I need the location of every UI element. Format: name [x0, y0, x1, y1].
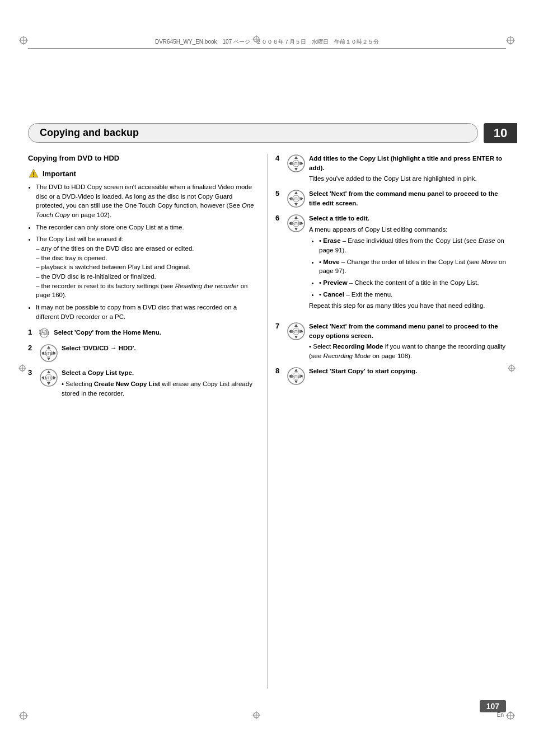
edit-cmd-move: • Move – Change the order of titles in t… — [319, 257, 506, 276]
right-column: 4 ENTER Add titles to the Copy List (hig… — [275, 154, 506, 689]
nav-btn-step2: ENTER — [39, 344, 58, 363]
step-5: 5 ENTER Select 'Next' from the command m… — [275, 189, 506, 208]
edit-cmd-preview: • Preview – Check the content of a title… — [319, 278, 506, 288]
important-bullet-2: The recorder can only store one Copy Lis… — [36, 223, 259, 232]
crosshair-bottom-mid — [252, 711, 261, 721]
section-title: Copying and backup — [28, 123, 478, 143]
svg-marker-26 — [47, 358, 50, 360]
step-3: 3 ENTER Select a Copy List type. • Selec… — [28, 368, 259, 398]
nav-btn-step5: ENTER — [287, 189, 306, 208]
svg-marker-67 — [294, 369, 298, 372]
svg-marker-68 — [294, 381, 298, 383]
svg-marker-60 — [294, 324, 298, 327]
svg-marker-25 — [47, 346, 50, 349]
important-bullets: The DVD to HDD Copy screen isn't accessi… — [28, 182, 259, 321]
nav-btn-step6: ENTER — [287, 214, 306, 233]
important-box: ! Important The DVD to HDD Copy screen i… — [28, 168, 259, 321]
meta-line: DVR645H_WY_EN.book 107 ページ ２００６年７月５日 水曜日… — [28, 38, 506, 49]
corner-crosshair-tl — [18, 35, 29, 46]
svg-text:HOMEMENU: HOMEMENU — [39, 329, 49, 336]
svg-text:!: ! — [32, 172, 34, 178]
edit-commands-list: • Erase – Erase individual titles from t… — [309, 236, 506, 299]
left-column: Copying from DVD to HDD ! Important The … — [28, 154, 259, 689]
svg-marker-39 — [294, 156, 298, 159]
step-2: 2 ENTER Select 'DVD/CD → HDD'. — [28, 344, 259, 363]
important-bullet-4: It may not be possible to copy from a DV… — [36, 303, 259, 321]
svg-marker-47 — [294, 203, 298, 206]
important-bullet-3: The Copy List will be erased if: – any o… — [36, 234, 259, 300]
svg-marker-53 — [294, 216, 298, 219]
corner-crosshair-br — [505, 710, 516, 721]
nav-btn-step3: ENTER — [39, 368, 58, 387]
nav-btn-step7: ENTER — [287, 322, 306, 341]
warning-icon: ! — [28, 168, 39, 179]
nav-btn-step4: ENTER — [287, 154, 306, 173]
repeat-note: Repeat this step for as many titles you … — [309, 301, 506, 311]
step-6: 6 ENTER Select a title to edit. A menu a… — [275, 214, 506, 316]
step-4: 4 ENTER Add titles to the Copy List (hig… — [275, 154, 506, 184]
corner-crosshair-tr — [505, 35, 516, 46]
nav-btn-step8: ENTER — [287, 367, 306, 386]
page-number: 107 — [480, 700, 506, 712]
crosshair-right-mid — [507, 364, 516, 374]
svg-marker-54 — [294, 228, 298, 231]
svg-marker-40 — [294, 168, 298, 171]
crosshair-left-mid — [18, 364, 27, 374]
page-lang: En — [497, 712, 504, 718]
svg-marker-61 — [294, 336, 298, 339]
important-header: ! Important — [28, 168, 259, 179]
chapter-tab: 10 — [484, 123, 517, 143]
svg-marker-33 — [47, 382, 50, 385]
step-7: 7 ENTER Select 'Next' from the command m… — [275, 322, 506, 361]
corner-crosshair-bl — [18, 710, 29, 721]
step-8: 8 ENTER Select 'Start Copy' to start cop… — [275, 367, 506, 386]
edit-cmd-erase: • Erase – Erase individual titles from t… — [319, 236, 506, 255]
step-1: 1 HOMEMENU Select 'Copy' from the Home M… — [28, 328, 259, 338]
svg-marker-32 — [47, 370, 50, 373]
subsection-title: Copying from DVD to HDD — [28, 154, 259, 162]
content-area: Copying from DVD to HDD ! Important The … — [28, 154, 506, 689]
crosshair-top-mid — [252, 35, 261, 45]
important-bullet-1: The DVD to HDD Copy screen isn't accessi… — [36, 182, 259, 220]
svg-marker-46 — [294, 191, 298, 194]
home-menu-icon: HOMEMENU — [39, 328, 49, 338]
edit-cmd-cancel: • Cancel – Exit the menu. — [319, 290, 506, 299]
